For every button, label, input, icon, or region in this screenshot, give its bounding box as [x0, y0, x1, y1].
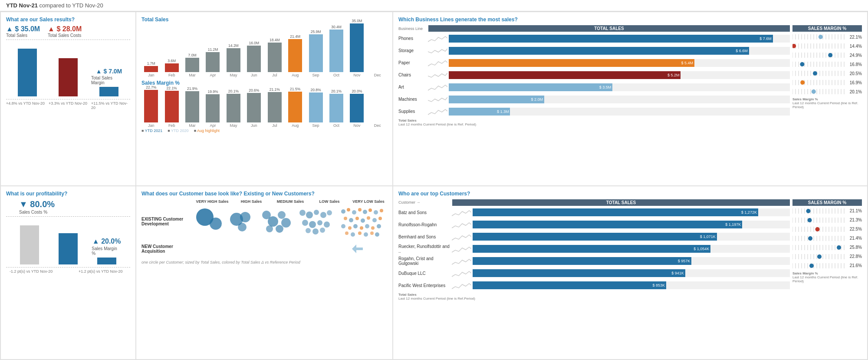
kpi-total-sales-label: Total Sales — [6, 33, 40, 38]
cust-col-2: MEDIUM Sales — [272, 199, 309, 204]
tc-name-6: Pacific West Enterprises — [398, 283, 450, 288]
total-sales-chart: 1.7MJan3.6MFeb7.0MMar11.2MApr14.2MMay16.… — [141, 25, 387, 77]
ts-label-2: Mar — [189, 73, 196, 77]
ts-label-10: Nov — [353, 73, 360, 77]
bl-row-3: 16.8% — [792, 60, 862, 68]
sales-margin-chart: 22.7%Jan22.1%Feb21.9%Mar19.9%Apr20.1%May… — [141, 89, 387, 128]
tc-val-4: $ 957K — [678, 259, 690, 263]
margin-pct-6: 20.1% — [847, 89, 862, 94]
profitability-panel: What is our profitability? ▼ 80.0% Sales… — [1, 186, 135, 360]
cust-note: one circle per Customer; sized by Total … — [141, 260, 387, 264]
tc-footer-sales: Total Sales Last 12 months Current Perio… — [398, 293, 790, 301]
prof-margin-label: Sales Margin % — [92, 246, 122, 256]
svg-point-148 — [210, 218, 222, 230]
tc-margin-lines-1 — [792, 216, 845, 224]
spark-5 — [428, 94, 447, 105]
tc-val-1: $ 1,197K — [725, 222, 741, 227]
sm-bar-col-3: 19.9%Apr — [203, 89, 222, 128]
bl-bar-fill-4: $ 3.5M — [449, 83, 612, 91]
bubble-new-vl — [339, 240, 387, 258]
tc-name-0: Batz and Sons — [398, 210, 450, 215]
bar-ref — [20, 225, 39, 264]
ts-val-3: 11.2M — [208, 47, 218, 52]
margin-lines-2 — [792, 51, 845, 59]
ts-val-1: 3.6M — [168, 59, 176, 63]
svg-point-189 — [365, 224, 369, 228]
svg-point-156 — [266, 225, 273, 232]
svg-point-177 — [380, 209, 383, 212]
kpi-total-costs: ▲ $ 28.0M Total Sales Costs — [48, 25, 82, 38]
header-comparison: compared to YTD Nov-20 — [39, 2, 103, 9]
sm-val-6: 21.1% — [270, 87, 280, 92]
tc-margin-section: SALES MARGIN % 21.1%21.3%22.5%21.4%25.8%… — [792, 199, 862, 301]
svg-point-178 — [344, 217, 347, 220]
tc-name-2: Bernhard and Sons — [398, 234, 450, 239]
bl-margin-section: SALES MARGIN % 22.1%14.4%24.9%16.8%20.5%… — [792, 25, 862, 126]
bl-val-0: $ 7.6M — [760, 36, 772, 41]
svg-point-194 — [358, 231, 362, 235]
ts-val-6: 18.4M — [270, 38, 280, 42]
ts-label-3: Apr — [210, 73, 216, 77]
bl-rows-margin: 22.1%14.4%24.9%16.8%20.5%16.9%20.1% — [792, 33, 862, 96]
svg-point-150 — [240, 212, 250, 222]
svg-point-104 — [813, 71, 817, 76]
sm-val-10: 20.0% — [352, 89, 362, 93]
tc-row-0: 21.1% — [792, 207, 862, 215]
svg-point-176 — [374, 210, 378, 215]
tc-val-0: $ 1,272K — [741, 210, 757, 215]
sm-bar-col-4: 20.1%May — [224, 89, 243, 128]
tc-row-6: 21.6% — [792, 262, 862, 270]
sales-bar-total — [10, 49, 45, 96]
ts-bar-fill-3 — [206, 52, 220, 72]
tc-pct-1: 21.3% — [847, 218, 862, 222]
margin-pct-4: 20.5% — [847, 71, 862, 76]
svg-point-175 — [368, 208, 372, 212]
sales-results-panel: What are our Sales results? ▲ $ 35.0M To… — [1, 12, 135, 185]
margin-lines-5 — [792, 79, 845, 86]
spark-4 — [428, 82, 447, 92]
bl-bar-fill-6: $ 1.3M — [449, 108, 510, 116]
svg-point-324 — [817, 254, 822, 259]
margin-lines-4 — [792, 69, 845, 77]
margin-pct-2: 24.9% — [847, 53, 862, 58]
sm-bar-col-11: Dec — [368, 122, 387, 128]
svg-point-188 — [360, 226, 363, 230]
sm-label-8: Sep — [312, 123, 319, 128]
spark-3 — [428, 69, 447, 80]
bl-row-5: 16.9% — [792, 79, 862, 86]
sm-label-5: Jun — [251, 123, 257, 128]
svg-point-171 — [347, 208, 350, 211]
ts-label-11: Dec — [374, 73, 381, 77]
ts-label-9: Oct — [333, 73, 339, 77]
tc-val-3: $ 1,054K — [694, 247, 709, 251]
svg-point-180 — [355, 217, 359, 220]
sm-val-5: 20.6% — [249, 88, 259, 92]
ts-bar-aug: 21.4MAug — [286, 34, 305, 77]
svg-point-162 — [327, 210, 332, 215]
bl-row-0: Phones$ 7.6M — [398, 33, 790, 44]
tc-name-1: Runolfsson-Rogahn — [398, 222, 450, 227]
bar-total-costs — [59, 58, 78, 96]
ts-bar-fill-9 — [329, 30, 343, 72]
kpi-total-costs-label: Total Sales Costs — [48, 33, 82, 38]
dashboard: YTD Nov-21 compared to YTD Nov-20 What a… — [0, 0, 868, 360]
sm-val-2: 21.9% — [187, 86, 197, 91]
header-title: YTD Nov-21 — [6, 2, 38, 9]
svg-point-151 — [238, 223, 247, 231]
tc-pct-5: 22.8% — [847, 254, 862, 259]
bl-val-1: $ 6.6M — [736, 49, 748, 53]
svg-point-187 — [353, 224, 358, 228]
bar-total-margin — [99, 87, 118, 96]
bl-val-2: $ 5.4M — [681, 61, 693, 65]
svg-point-190 — [371, 226, 375, 230]
ts-val-7: 21.4M — [290, 34, 300, 39]
svg-point-182 — [367, 216, 370, 220]
svg-point-169 — [320, 228, 325, 233]
sm-label-4: May — [230, 123, 237, 128]
ts-bar-dec: Dec — [368, 72, 387, 77]
tc-bar-fill-5: $ 941K — [473, 269, 685, 277]
ts-bar-fill-0 — [144, 66, 158, 72]
spark-1 — [428, 45, 447, 56]
ts-bar-jun: 16.0MJun — [244, 41, 263, 77]
svg-point-185 — [341, 224, 345, 228]
